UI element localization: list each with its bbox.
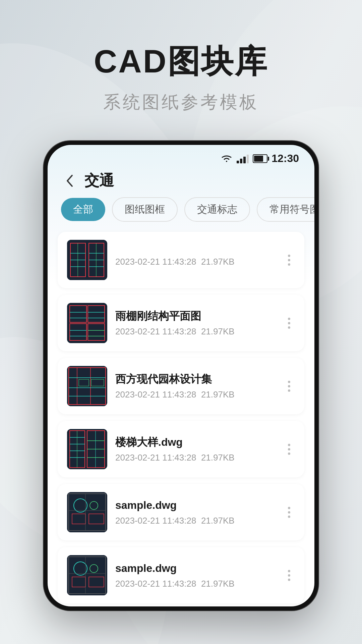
file-meta: 2023-02-21 11:43:28 21.97KB xyxy=(115,389,275,400)
file-meta: 2023-02-21 11:43:28 21.97KB xyxy=(115,516,275,526)
file-name: sample.dwg xyxy=(115,498,275,513)
list-item[interactable]: sample.dwg 2023-02-21 11:43:28 21.97KB xyxy=(58,484,304,540)
signal-icon xyxy=(237,154,249,163)
more-button[interactable] xyxy=(283,440,295,458)
wifi-icon xyxy=(221,154,233,163)
tab-sign[interactable]: 交通标志 xyxy=(184,197,250,222)
file-name: 雨棚刚结构平面图 xyxy=(115,309,275,323)
more-button[interactable] xyxy=(283,503,295,521)
header-area: CAD图块库 系统图纸参考模板 xyxy=(0,0,362,114)
file-name: 楼梯大样.dwg xyxy=(115,435,275,449)
file-thumbnail xyxy=(67,303,107,343)
tab-symbol[interactable]: 常用符号图例 xyxy=(257,197,314,222)
list-item[interactable]: 西方现代园林设计集 2023-02-21 11:43:28 21.97KB xyxy=(58,358,304,414)
back-button[interactable] xyxy=(61,172,78,189)
filter-tabs: 全部 图纸图框 交通标志 常用符号图例 xyxy=(48,194,314,228)
more-button[interactable] xyxy=(283,251,295,269)
list-item[interactable]: 楼梯大样.dwg 2023-02-21 11:43:28 21.97KB xyxy=(58,421,304,477)
svg-rect-6 xyxy=(240,159,242,163)
svg-rect-8 xyxy=(247,155,249,163)
file-meta: 2023-02-21 11:43:28 21.97KB xyxy=(115,257,275,267)
file-thumbnail xyxy=(67,429,107,469)
more-button[interactable] xyxy=(283,377,295,395)
svg-rect-62 xyxy=(67,555,107,595)
file-info: 2023-02-21 11:43:28 21.97KB xyxy=(107,253,283,267)
list-item[interactable]: sample.dwg 2023-02-21 11:43:28 21.97KB xyxy=(58,547,304,603)
file-info: 雨棚刚结构平面图 2023-02-21 11:43:28 21.97KB xyxy=(107,309,283,337)
main-title: CAD图块库 xyxy=(0,40,362,84)
phone-mockup: 12:30 交通 全部 图纸图框 交通标志 常用符号图例 xyxy=(44,141,318,610)
sub-title: 系统图纸参考模板 xyxy=(0,91,362,114)
file-thumbnail xyxy=(67,555,107,595)
file-info: sample.dwg 2023-02-21 11:43:28 21.97KB xyxy=(107,498,283,526)
tab-frame[interactable]: 图纸图框 xyxy=(112,197,178,222)
file-thumbnail xyxy=(67,366,107,406)
svg-rect-7 xyxy=(243,157,246,163)
status-bar: 12:30 xyxy=(48,145,314,167)
svg-rect-5 xyxy=(237,161,239,163)
status-time: 12:30 xyxy=(272,152,299,165)
tab-all[interactable]: 全部 xyxy=(61,198,105,221)
file-thumbnail xyxy=(67,492,107,532)
file-info: 西方现代园林设计集 2023-02-21 11:43:28 21.97KB xyxy=(107,372,283,400)
nav-bar: 交通 xyxy=(48,167,314,194)
file-list: 2023-02-21 11:43:28 21.97KB xyxy=(48,228,314,606)
file-info: 楼梯大样.dwg 2023-02-21 11:43:28 21.97KB xyxy=(107,435,283,463)
svg-rect-54 xyxy=(67,492,107,532)
battery-icon xyxy=(253,154,267,163)
file-name: sample.dwg xyxy=(115,561,275,576)
file-thumbnail xyxy=(67,240,107,280)
file-info: sample.dwg 2023-02-21 11:43:28 21.97KB xyxy=(107,561,283,589)
phone-screen: 12:30 交通 全部 图纸图框 交通标志 常用符号图例 xyxy=(48,145,314,606)
more-button[interactable] xyxy=(283,314,295,332)
file-meta: 2023-02-21 11:43:28 21.97KB xyxy=(115,452,275,463)
more-button[interactable] xyxy=(283,567,295,584)
nav-title: 交通 xyxy=(84,171,114,191)
file-meta: 2023-02-21 11:43:28 21.97KB xyxy=(115,326,275,337)
file-name: 西方现代园林设计集 xyxy=(115,372,275,386)
svg-rect-20 xyxy=(67,303,107,343)
file-meta: 2023-02-21 11:43:28 21.97KB xyxy=(115,579,275,589)
list-item[interactable]: 雨棚刚结构平面图 2023-02-21 11:43:28 21.97KB xyxy=(58,295,304,351)
list-item[interactable]: 2023-02-21 11:43:28 21.97KB xyxy=(58,232,304,288)
